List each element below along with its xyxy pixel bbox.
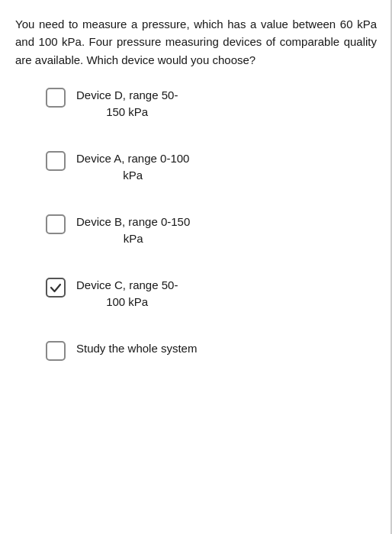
list-item: Study the whole system	[46, 340, 377, 361]
options-list: Device D, range 50-150 kPaDevice A, rang…	[8, 87, 384, 361]
question-text: You need to measure a pressure, which ha…	[8, 15, 384, 69]
checkbox-device-b[interactable]	[46, 214, 66, 234]
option-label-device-a: Device A, range 0-100kPa	[76, 150, 189, 185]
list-item: Device B, range 0-150kPa	[46, 214, 377, 248]
option-label-device-d: Device D, range 50-150 kPa	[76, 87, 178, 121]
checkbox-device-c[interactable]	[46, 278, 66, 298]
checkbox-device-a[interactable]	[46, 151, 66, 171]
list-item: Device C, range 50-100 kPa	[46, 277, 377, 311]
checkbox-device-d[interactable]	[46, 88, 66, 108]
page-container: You need to measure a pressure, which ha…	[0, 0, 392, 534]
checkbox-study[interactable]	[46, 341, 66, 361]
list-item: Device D, range 50-150 kPa	[46, 87, 377, 121]
option-label-device-c: Device C, range 50-100 kPa	[76, 277, 178, 311]
option-label-device-b: Device B, range 0-150kPa	[76, 214, 190, 248]
checkmark-icon	[50, 281, 62, 294]
list-item: Device A, range 0-100kPa	[46, 150, 377, 185]
option-label-study: Study the whole system	[76, 340, 197, 358]
